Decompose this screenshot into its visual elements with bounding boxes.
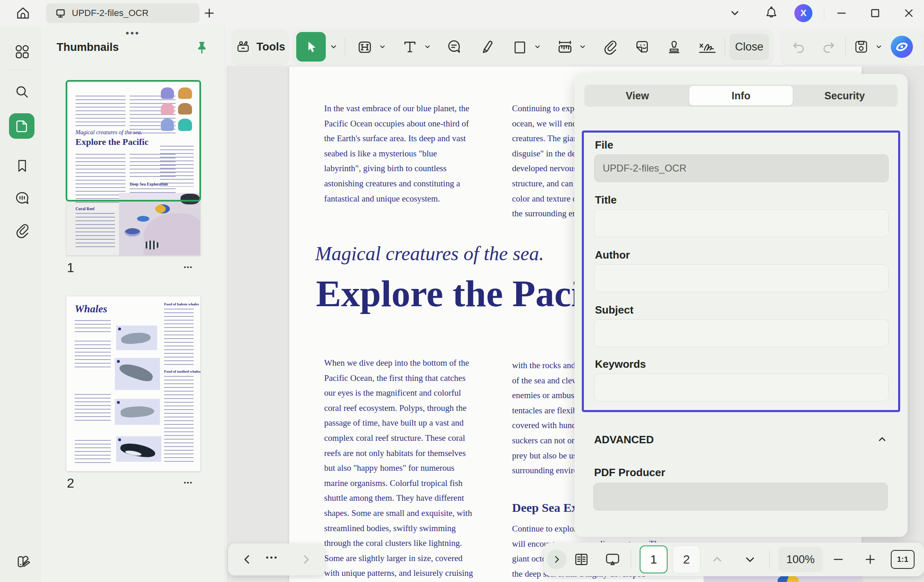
whale-image-sperm-whale	[115, 399, 160, 425]
nav-forward-button[interactable]	[296, 550, 316, 569]
sticker-tool-button[interactable]	[632, 37, 652, 57]
whale-shape	[118, 361, 154, 383]
heading-icon	[356, 39, 373, 56]
select-tool-dropdown[interactable]	[327, 40, 340, 53]
titlebar-divider	[824, 7, 824, 20]
stamp-tool-button[interactable]	[664, 37, 684, 57]
text-tool-dropdown[interactable]	[422, 40, 433, 53]
advanced-collapse-button[interactable]	[873, 430, 891, 448]
title-input[interactable]	[594, 209, 889, 237]
pdf-producer-input[interactable]	[593, 483, 888, 511]
heading-tool-dropdown[interactable]	[377, 40, 388, 53]
whale-image-blue-whale	[116, 325, 157, 350]
zoom-level-value: 100%	[786, 553, 814, 566]
minimize-button[interactable]	[832, 5, 851, 21]
presentation-button[interactable]	[602, 549, 623, 570]
sidebar-item-bookmarks[interactable]	[11, 154, 34, 177]
highlighter-icon	[478, 38, 496, 56]
document-tab[interactable]: UPDF-2-files_OCR	[46, 3, 199, 23]
sidebar-item-comments[interactable]	[11, 187, 34, 210]
page-layout-button[interactable]	[571, 549, 592, 570]
measure-tool-button[interactable]	[555, 37, 575, 57]
thumbnail-page-2[interactable]: Whales Food of baleen whales Food of too…	[66, 296, 200, 471]
bullet-dot	[117, 360, 120, 363]
select-tool-button[interactable]	[296, 32, 326, 62]
comment-tool-button[interactable]	[444, 37, 464, 57]
author-label: Author	[595, 249, 630, 261]
sidebar-item-thumbnails[interactable]	[9, 113, 34, 139]
shape-tool-button[interactable]	[510, 37, 530, 57]
chevron-down-icon	[579, 43, 586, 50]
panel-drag-handle[interactable]: •••	[125, 32, 141, 36]
thumb2-menu-button[interactable]: •••	[184, 479, 193, 486]
actual-size-button[interactable]: 1:1	[891, 550, 915, 569]
whale-shape	[121, 331, 151, 345]
zoom-in-button[interactable]	[860, 550, 880, 569]
next-page-button[interactable]	[740, 550, 760, 569]
advanced-label: ADVANCED	[594, 433, 654, 446]
chevron-up-icon	[711, 554, 723, 565]
author-input[interactable]	[594, 264, 889, 292]
home-button[interactable]	[11, 3, 34, 23]
redo-button[interactable]	[819, 38, 839, 56]
tab-view[interactable]: View	[586, 86, 689, 105]
close-tools-button[interactable]: Close	[730, 34, 769, 60]
file-label: File	[595, 139, 613, 151]
sidebar-item-grid-view[interactable]	[11, 40, 34, 63]
expand-toolbar-button[interactable]	[547, 550, 567, 569]
tools-button[interactable]: Tools	[232, 30, 288, 64]
subject-input[interactable]	[594, 319, 889, 347]
new-tab-button[interactable]	[200, 5, 218, 21]
next-page-box[interactable]: 2	[672, 545, 700, 573]
account-avatar[interactable]: X	[794, 4, 812, 22]
signature-tool-button[interactable]	[696, 37, 719, 57]
notifications-button[interactable]	[762, 3, 781, 23]
zoom-out-button[interactable]	[828, 550, 848, 569]
text-line: Some are slightly larger in size, covere…	[324, 551, 473, 566]
thumb1-menu-button[interactable]: •••	[184, 264, 193, 270]
keywords-input[interactable]	[594, 373, 889, 401]
nav-more-button[interactable]: •••	[266, 553, 279, 562]
undo-button[interactable]	[789, 38, 808, 56]
tab-info[interactable]: Info	[689, 86, 793, 105]
attach-tool-button[interactable]	[600, 37, 620, 57]
actual-size-label: 1:1	[897, 555, 908, 564]
measure-tool-dropdown[interactable]	[577, 40, 588, 53]
sidebar-item-search[interactable]	[11, 80, 34, 103]
plus-icon	[864, 553, 876, 566]
heading-tool-button[interactable]	[355, 37, 375, 57]
close-window-button[interactable]	[899, 5, 918, 21]
file-name-input[interactable]	[594, 154, 889, 182]
pin-panel-button[interactable]	[192, 38, 212, 57]
ai-assistant-button[interactable]	[890, 34, 914, 59]
whale-image-humpback	[115, 358, 160, 390]
text-line: When we dive deep into the bottom of the	[324, 355, 473, 371]
nav-back-button[interactable]	[237, 550, 257, 569]
info-panel: View Info Security File Title Author Sub…	[574, 74, 908, 537]
previous-page-button[interactable]	[707, 550, 727, 569]
sidebar-item-attachments[interactable]	[11, 219, 34, 242]
chevron-down-icon	[744, 554, 756, 565]
bullet-dot	[118, 438, 121, 441]
view-toolbar: 1 2 100% 1:1	[544, 543, 924, 576]
chevron-down-icon	[875, 43, 883, 50]
shape-tool-dropdown[interactable]	[532, 40, 543, 53]
paperclip-icon	[602, 39, 619, 56]
sidebar-item-swatches[interactable]	[11, 550, 34, 573]
ai-assistant-icon	[890, 35, 914, 59]
text-tool-button[interactable]	[400, 37, 420, 57]
highlighter-tool-button[interactable]	[477, 37, 497, 57]
save-button[interactable]	[851, 37, 871, 57]
save-dropdown[interactable]	[873, 40, 885, 53]
thumb1-page-number: 1	[67, 260, 74, 275]
plus-icon	[203, 7, 215, 19]
tab-security[interactable]: Security	[793, 86, 897, 105]
zoom-level-box[interactable]: 100%	[778, 547, 823, 572]
current-page-box[interactable]: 1	[640, 545, 668, 573]
thumbnail-page-1[interactable]: Magical creatures of the sea. Explore th…	[66, 81, 200, 255]
pin-icon	[194, 39, 210, 56]
titlebar-collapse-button[interactable]	[725, 5, 744, 21]
chevron-down-icon	[729, 7, 741, 19]
maximize-button[interactable]	[866, 5, 885, 21]
text-icon	[401, 38, 419, 56]
